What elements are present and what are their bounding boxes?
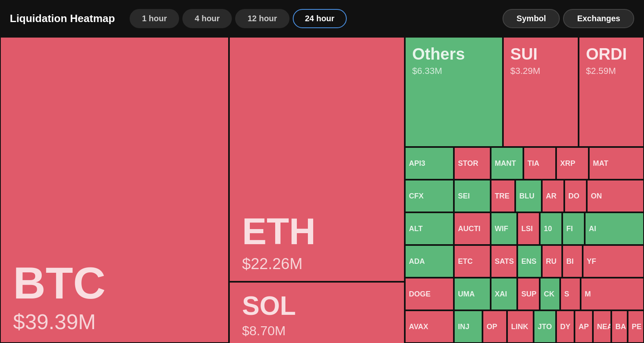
op-cell[interactable]: OP (482, 310, 507, 343)
right-col: Others $6.33M SUI $3.29M ORDI $2.59M API… (405, 37, 644, 343)
api3-cell[interactable]: API3 (405, 147, 454, 180)
ru-cell[interactable]: RU (542, 245, 562, 278)
etc-cell[interactable]: ETC (454, 245, 491, 278)
tab-12hour[interactable]: 12 hour (235, 9, 289, 28)
small-row-6: AVAX INJ OP LINK JTO DY AP NEA BA PE (405, 310, 644, 343)
uma-cell[interactable]: UMA (454, 278, 491, 310)
small-row-4: ADA ETC SATS ENS RU BI YF (405, 245, 644, 278)
wif-cell[interactable]: WIF (491, 212, 517, 245)
10-cell[interactable]: 10 (540, 212, 562, 245)
ens-cell[interactable]: ENS (517, 245, 542, 278)
others-cell[interactable]: Others $6.33M (405, 37, 503, 147)
mant-cell[interactable]: MANT (491, 147, 523, 180)
sol-value: $8.70M (242, 323, 392, 339)
do-cell[interactable]: DO (564, 180, 587, 212)
btc-value: $39.39M (13, 310, 216, 334)
alt-cell[interactable]: ALT (405, 212, 454, 245)
app-title: Liquidation Heatmap (10, 12, 115, 25)
ordi-value: $2.59M (586, 66, 637, 76)
ai-cell[interactable]: AI (585, 212, 644, 245)
header: Liquidation Heatmap 1 hour 4 hour 12 hou… (0, 0, 644, 37)
right-tabs: Symbol Exchanges (503, 9, 634, 28)
yf-cell[interactable]: YF (583, 245, 644, 278)
ordi-symbol: ORDI (586, 45, 637, 63)
jto-cell[interactable]: JTO (534, 310, 556, 343)
doge-cell[interactable]: DOGE (405, 278, 454, 310)
sui-cell[interactable]: SUI $3.29M (503, 37, 579, 147)
sup-cell[interactable]: SUP (517, 278, 540, 310)
eth-value: $22.26M (242, 255, 392, 273)
sats-cell[interactable]: SATS (491, 245, 517, 278)
symbol-button[interactable]: Symbol (503, 9, 560, 28)
dy-cell[interactable]: DY (556, 310, 574, 343)
blu-cell[interactable]: BLU (515, 180, 542, 212)
avax-cell[interactable]: AVAX (405, 310, 454, 343)
pe-cell[interactable]: PE (628, 310, 644, 343)
ordi-cell[interactable]: ORDI $2.59M (579, 37, 644, 147)
tia-cell[interactable]: TIA (523, 147, 556, 180)
xai-cell[interactable]: XAI (491, 278, 517, 310)
others-value: $6.33M (412, 66, 496, 76)
m-cell[interactable]: M (581, 278, 644, 310)
xrp-cell[interactable]: XRP (556, 147, 589, 180)
inj-cell[interactable]: INJ (454, 310, 482, 343)
ada-cell[interactable]: ADA (405, 245, 454, 278)
btc-cell[interactable]: BTC $39.39M (0, 37, 229, 343)
lsi-cell[interactable]: LSI (517, 212, 540, 245)
small-row-5: DOGE UMA XAI SUP CK S M (405, 278, 644, 310)
tab-24hour[interactable]: 24 hour (293, 9, 347, 28)
sol-cell[interactable]: SOL $8.70M (229, 282, 405, 343)
stor-cell[interactable]: STOR (454, 147, 491, 180)
s-cell[interactable]: S (560, 278, 581, 310)
mat-cell[interactable]: MAT (589, 147, 644, 180)
ba-cell[interactable]: BA (611, 310, 628, 343)
time-tabs: 1 hour 4 hour 12 hour 24 hour (130, 9, 496, 28)
heatmap-grid: BTC $39.39M ETH $22.26M SOL $8.70M Other… (0, 37, 644, 343)
right-top-row: Others $6.33M SUI $3.29M ORDI $2.59M (405, 37, 644, 147)
nea-cell[interactable]: NEA (593, 310, 611, 343)
on-cell[interactable]: ON (587, 180, 644, 212)
tab-4hour[interactable]: 4 hour (182, 9, 232, 28)
others-symbol: Others (412, 45, 496, 63)
tre-cell[interactable]: TRE (491, 180, 515, 212)
exchanges-button[interactable]: Exchanges (563, 9, 634, 28)
small-row-1: API3 STOR MANT TIA XRP MAT (405, 147, 644, 180)
ar-cell[interactable]: AR (542, 180, 564, 212)
sei-cell[interactable]: SEI (454, 180, 491, 212)
bi-cell[interactable]: BI (562, 245, 583, 278)
sui-value: $3.29M (510, 66, 571, 76)
small-row-3: ALT AUCTI WIF LSI 10 FI AI (405, 212, 644, 245)
eth-cell[interactable]: ETH $22.26M (229, 37, 405, 282)
small-row-2: CFX SEI TRE BLU AR DO ON (405, 180, 644, 212)
btc-symbol: BTC (13, 261, 216, 305)
fi-cell[interactable]: FI (562, 212, 585, 245)
aucti-cell[interactable]: AUCTI (454, 212, 491, 245)
cfx-cell[interactable]: CFX (405, 180, 454, 212)
link-cell[interactable]: LINK (507, 310, 534, 343)
eth-symbol: ETH (242, 211, 392, 253)
ck-cell[interactable]: CK (540, 278, 560, 310)
sui-symbol: SUI (510, 45, 571, 63)
sol-symbol: SOL (242, 291, 392, 321)
mid-col: ETH $22.26M SOL $8.70M (229, 37, 405, 343)
tab-1hour[interactable]: 1 hour (130, 9, 179, 28)
ap-cell[interactable]: AP (574, 310, 593, 343)
